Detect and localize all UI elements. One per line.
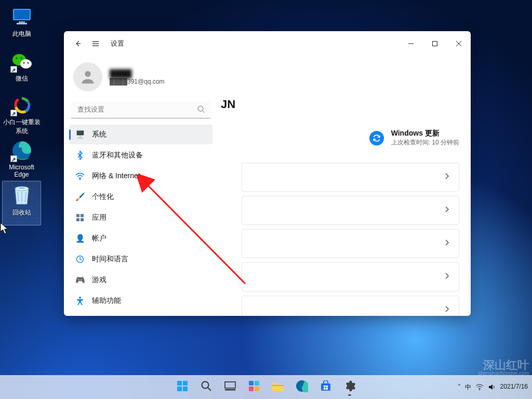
taskbar-search-button[interactable] bbox=[196, 377, 217, 397]
taskbar-edge-button[interactable] bbox=[291, 377, 312, 397]
taskbar-settings-button[interactable] bbox=[339, 377, 360, 397]
back-button[interactable] bbox=[69, 35, 87, 52]
nav-item-personalize[interactable]: 🖌️个性化 bbox=[69, 187, 212, 207]
nav-item-label: 个性化 bbox=[92, 192, 114, 202]
search-icon bbox=[197, 105, 205, 115]
bluetooth-icon bbox=[75, 151, 85, 160]
desktop-icons: 此电脑微信小白一键重装系统Microsoft Edge回收站 bbox=[2, 2, 44, 225]
taskbar-taskview-button[interactable] bbox=[220, 377, 241, 397]
tray-clock[interactable]: 2021/7/16 bbox=[500, 383, 528, 391]
avatar bbox=[73, 62, 102, 91]
svg-rect-37 bbox=[324, 385, 326, 388]
settings-card[interactable] bbox=[242, 196, 459, 225]
nav-item-label: 网络 & Internet bbox=[92, 171, 140, 181]
taskbar-explorer-button[interactable] bbox=[268, 377, 288, 397]
svg-point-15 bbox=[79, 179, 81, 180]
volume-tray-icon[interactable] bbox=[488, 383, 496, 391]
nav-item-system[interactable]: 🖥️系统 bbox=[69, 125, 212, 144]
settings-card[interactable] bbox=[242, 296, 459, 316]
account-name: ████ bbox=[110, 69, 165, 78]
accounts-icon: 👤 bbox=[75, 234, 85, 243]
svg-point-21 bbox=[79, 297, 81, 299]
svg-point-13 bbox=[85, 71, 90, 77]
desktop-icon-wechat[interactable]: 微信 bbox=[2, 47, 41, 91]
nav-item-a11y[interactable]: 辅助功能 bbox=[69, 291, 212, 311]
svg-rect-26 bbox=[183, 387, 188, 391]
svg-point-41 bbox=[479, 389, 480, 390]
svg-rect-1 bbox=[14, 10, 30, 19]
desktop-icon-this-pc[interactable]: 此电脑 bbox=[2, 2, 41, 47]
desktop-icon-recycle-bin[interactable]: 回收站 bbox=[2, 181, 41, 225]
settings-cards bbox=[242, 163, 459, 316]
wechat-icon bbox=[11, 50, 33, 72]
minimize-button[interactable] bbox=[399, 33, 423, 54]
nav-item-apps[interactable]: 应用 bbox=[69, 208, 212, 228]
desktop-icon-label: 小白一键重装系统 bbox=[3, 118, 41, 136]
chevron-right-icon bbox=[444, 172, 449, 182]
svg-rect-23 bbox=[177, 381, 182, 385]
xiaobai-reinstall-icon bbox=[11, 95, 33, 116]
desktop-icon-edge[interactable]: Microsoft Edge bbox=[2, 136, 41, 181]
nav-item-bluetooth[interactable]: 蓝牙和其他设备 bbox=[69, 145, 212, 165]
svg-rect-39 bbox=[324, 388, 326, 390]
svg-rect-3 bbox=[17, 23, 27, 24]
svg-rect-16 bbox=[76, 214, 79, 217]
nav-item-label: 系统 bbox=[92, 130, 107, 139]
gaming-icon: 🎮 bbox=[75, 275, 85, 285]
network-icon bbox=[75, 172, 85, 180]
svg-rect-24 bbox=[183, 381, 188, 385]
account-summary[interactable]: ████ ████391@qq.com bbox=[69, 56, 212, 101]
taskbar-tray: ˄ 中 2021/7/16 bbox=[458, 383, 528, 392]
search-input[interactable] bbox=[71, 101, 210, 118]
svg-point-6 bbox=[16, 57, 18, 59]
sync-icon bbox=[369, 131, 384, 145]
settings-card[interactable] bbox=[242, 229, 459, 258]
chevron-right-icon bbox=[444, 239, 449, 248]
wifi-tray-icon[interactable] bbox=[475, 383, 484, 391]
taskbar-start-button[interactable] bbox=[172, 377, 193, 397]
desktop-icon-label: Microsoft Edge bbox=[3, 164, 41, 178]
desktop-icon-label: 回收站 bbox=[12, 208, 31, 217]
recycle-bin-icon bbox=[11, 184, 33, 206]
desktop-icon-label: 此电脑 bbox=[12, 30, 31, 38]
watermark-text: 深山红叶 bbox=[483, 358, 529, 371]
svg-point-27 bbox=[202, 382, 209, 389]
settings-icon bbox=[343, 380, 356, 394]
nav-item-accounts[interactable]: 👤帐户 bbox=[69, 229, 212, 248]
svg-rect-40 bbox=[326, 388, 328, 390]
taskbar-widgets-button[interactable] bbox=[244, 377, 264, 397]
svg-rect-18 bbox=[76, 218, 79, 221]
svg-rect-29 bbox=[225, 389, 235, 391]
svg-rect-33 bbox=[255, 387, 259, 391]
start-icon bbox=[176, 380, 189, 394]
windows-update-tile[interactable]: Windows 更新 上次检查时间: 10 分钟前 bbox=[369, 98, 459, 147]
svg-point-7 bbox=[20, 57, 22, 59]
tray-chevron-icon[interactable]: ˄ bbox=[458, 383, 461, 391]
maximize-button[interactable] bbox=[423, 33, 447, 54]
desktop-icon-xiaobai-reinstall[interactable]: 小白一键重装系统 bbox=[2, 91, 41, 136]
svg-rect-31 bbox=[255, 381, 259, 385]
svg-point-5 bbox=[20, 59, 32, 69]
nav-item-time-lang[interactable]: 时间和语言 bbox=[69, 249, 212, 269]
nav-item-gaming[interactable]: 🎮游戏 bbox=[69, 270, 212, 290]
taskbar-center bbox=[172, 377, 360, 397]
settings-card[interactable] bbox=[242, 262, 459, 291]
svg-point-14 bbox=[198, 106, 203, 111]
settings-window: 设置 ████ ████391@qq.com bbox=[64, 31, 471, 316]
nav-item-network[interactable]: 网络 & Internet bbox=[69, 166, 212, 186]
svg-rect-32 bbox=[249, 387, 254, 391]
page-heading-suffix: JN bbox=[221, 98, 235, 111]
settings-card[interactable] bbox=[242, 163, 459, 192]
svg-rect-25 bbox=[177, 387, 182, 391]
system-icon: 🖥️ bbox=[75, 130, 85, 139]
nav-item-label: 帐户 bbox=[92, 234, 107, 243]
svg-rect-36 bbox=[321, 383, 330, 391]
ime-indicator[interactable]: 中 bbox=[465, 383, 471, 392]
hamburger-button[interactable] bbox=[87, 35, 104, 52]
apps-icon bbox=[75, 214, 85, 222]
desktop-icon-label: 微信 bbox=[16, 74, 28, 83]
search-icon bbox=[201, 380, 212, 394]
taskbar-store-button[interactable] bbox=[315, 377, 336, 397]
svg-rect-2 bbox=[19, 21, 25, 23]
close-button[interactable] bbox=[447, 33, 471, 54]
